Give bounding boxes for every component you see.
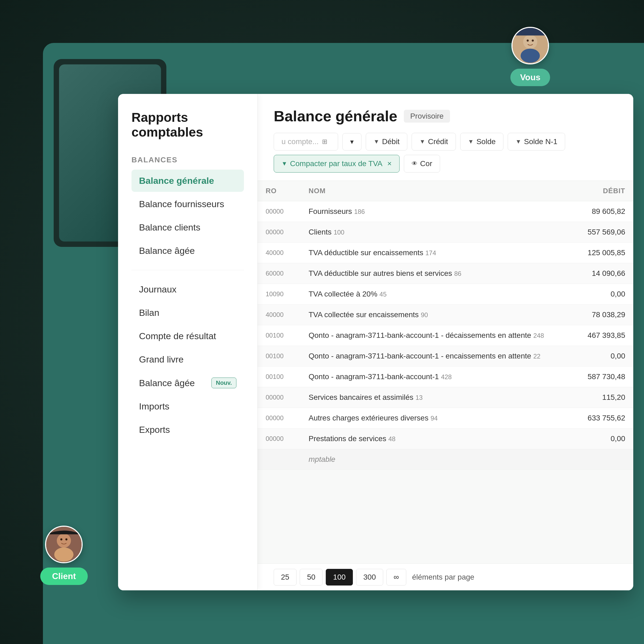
cell-numero: 00100: [258, 346, 301, 367]
filter-icon: ▼: [515, 138, 521, 145]
avatar-vous-container: Vous: [510, 27, 550, 86]
cell-debit: 557 569,06: [558, 222, 633, 243]
sidebar-item-balance-generale[interactable]: Balance générale: [131, 170, 244, 192]
cell-numero: 00000: [258, 387, 301, 408]
cell-debit: 0,00: [558, 346, 633, 367]
sidebar-item-balance-agee-2[interactable]: Balance âgée Nouv.: [131, 372, 244, 394]
close-icon[interactable]: ×: [387, 159, 391, 168]
scene: Vous Rapports comptables BALANCES Balanc…: [0, 0, 644, 644]
chevron-down-icon: ▾: [350, 138, 354, 146]
svg-point-2: [521, 49, 540, 63]
account-search[interactable]: u compte... ⊞: [274, 133, 338, 151]
cell-numero: 00100: [258, 367, 301, 387]
cell-nom: Services bancaires et assimilés 13: [301, 387, 558, 408]
sidebar: Rapports comptables BALANCES Balance gén…: [118, 94, 258, 590]
table-row: 00100 Qonto - anagram-3711-bank-account-…: [258, 367, 633, 387]
page-title-row: Balance générale Provisoire: [274, 107, 617, 125]
page-size-300[interactable]: 300: [356, 569, 383, 586]
cell-debit: 115,20: [558, 387, 633, 408]
cell-numero: 40000: [258, 243, 301, 263]
table-row: 40000 TVA collectée sur encaissements 90…: [258, 305, 633, 325]
sidebar-item-balance-agee-1[interactable]: Balance âgée: [131, 240, 244, 262]
filter-solde-button[interactable]: ▼ Solde: [460, 133, 503, 151]
sidebar-item-balance-clients[interactable]: Balance clients: [131, 216, 244, 239]
table-row: mptable: [258, 449, 633, 470]
sidebar-item-grand-livre[interactable]: Grand livre: [131, 348, 244, 371]
cell-nom: Autres charges extérieures diverses 94: [301, 408, 558, 429]
avatar-client-image: [45, 526, 83, 563]
cell-debit: 0,00: [558, 429, 633, 449]
avatar-client-container: Client: [40, 526, 88, 585]
filter-icon: ▼: [468, 138, 474, 145]
svg-point-3: [527, 39, 529, 42]
cell-nom: Prestations de services 48: [301, 429, 558, 449]
search-icon: ⊞: [322, 138, 327, 145]
table-row: 00000 Services bancaires et assimilés 13…: [258, 387, 633, 408]
cell-debit: 467 393,85: [558, 325, 633, 346]
table-row: 00000 Autres charges extérieures diverse…: [258, 408, 633, 429]
filter-icon: ▼: [374, 138, 379, 145]
cell-numero: 00000: [258, 429, 301, 449]
cell-debit: 89 605,82: [558, 201, 633, 222]
filter-credit-button[interactable]: ▼ Crédit: [412, 133, 456, 151]
sidebar-item-compte-resultat[interactable]: Compte de résultat: [131, 325, 244, 347]
cell-debit: 78 038,29: [558, 305, 633, 325]
col-nom: NOM: [301, 181, 558, 201]
filter-solde-n1-button[interactable]: ▼ Solde N-1: [508, 133, 565, 151]
cell-nom: Qonto - anagram-3711-bank-account-1 - en…: [301, 346, 558, 367]
page-size-50[interactable]: 50: [300, 569, 323, 586]
cell-nom: Qonto - anagram-3711-bank-account-1 428: [301, 367, 558, 387]
cell-nom: TVA déductible sur encaissements 174: [301, 243, 558, 263]
cell-debit: 0,00: [558, 284, 633, 305]
svg-point-7: [57, 533, 71, 548]
table-row: 00100 Qonto - anagram-3711-bank-account-…: [258, 325, 633, 346]
cell-numero: 00000: [258, 201, 301, 222]
filter-icon: ▼: [281, 160, 287, 167]
sidebar-item-bilan[interactable]: Bilan: [131, 302, 244, 324]
avatar-vous-image: [511, 27, 549, 64]
sidebar-item-exports[interactable]: Exports: [131, 419, 244, 441]
table-row: 60000 TVA déductible sur autres biens et…: [258, 263, 633, 284]
cell-nom: Qonto - anagram-3711-bank-account-1 - dé…: [301, 325, 558, 346]
svg-point-1: [523, 35, 537, 49]
sidebar-title: Rapports comptables: [131, 110, 244, 140]
table-row: 00100 Qonto - anagram-3711-bank-account-…: [258, 346, 633, 367]
client-label: Client: [40, 568, 88, 585]
cell-numero: 60000: [258, 263, 301, 284]
filter-debit-button[interactable]: ▼ Débit: [366, 133, 407, 151]
dropdown-button[interactable]: ▾: [342, 133, 361, 151]
main-window: Rapports comptables BALANCES Balance gén…: [118, 94, 633, 590]
cell-nom: Clients 100: [301, 222, 558, 243]
eye-icon: 👁: [412, 160, 418, 167]
cell-numero: 40000: [258, 305, 301, 325]
sidebar-item-imports[interactable]: Imports: [131, 395, 244, 418]
content-area: Balance générale Provisoire u compte... …: [258, 94, 633, 590]
cell-nom: Fournisseurs 186: [301, 201, 558, 222]
cell-numero: 00100: [258, 325, 301, 346]
sidebar-item-journaux[interactable]: Journaux: [131, 278, 244, 301]
cell-nom: TVA collectée à 20% 45: [301, 284, 558, 305]
table-row: 40000 TVA déductible sur encaissements 1…: [258, 243, 633, 263]
page-size-25[interactable]: 25: [274, 569, 297, 586]
svg-point-8: [54, 547, 74, 562]
cell-debit: 14 090,66: [558, 263, 633, 284]
filter-cor-button[interactable]: 👁 Cor: [404, 155, 440, 173]
page-size-inf[interactable]: ∞: [386, 569, 406, 586]
svg-rect-5: [513, 28, 548, 35]
cell-nom: TVA collectée sur encaissements 90: [301, 305, 558, 325]
vous-label: Vous: [510, 69, 550, 86]
table-container[interactable]: RO NOM DÉBIT 00000 Fournisseurs 186 89 6…: [258, 181, 633, 590]
sidebar-item-balance-fournisseurs[interactable]: Balance fournisseurs: [131, 193, 244, 215]
provisoire-badge: Provisoire: [404, 110, 450, 123]
table-header-row: RO NOM DÉBIT: [258, 181, 633, 201]
page-size-100[interactable]: 100: [326, 569, 353, 586]
per-page-label: éléments par page: [412, 573, 474, 581]
col-debit: DÉBIT: [558, 181, 633, 201]
filter-compacter-tva-button[interactable]: ▼ Compacter par taux de TVA ×: [274, 155, 400, 173]
table-row: 10090 TVA collectée à 20% 45 0,00: [258, 284, 633, 305]
badge-new: Nouv.: [211, 378, 236, 388]
pagination-bar: 25 50 100 300 ∞ éléments par page: [258, 563, 633, 590]
svg-point-10: [65, 538, 68, 540]
account-search-text: u compte...: [281, 137, 319, 146]
page-title: Balance générale: [274, 107, 397, 125]
